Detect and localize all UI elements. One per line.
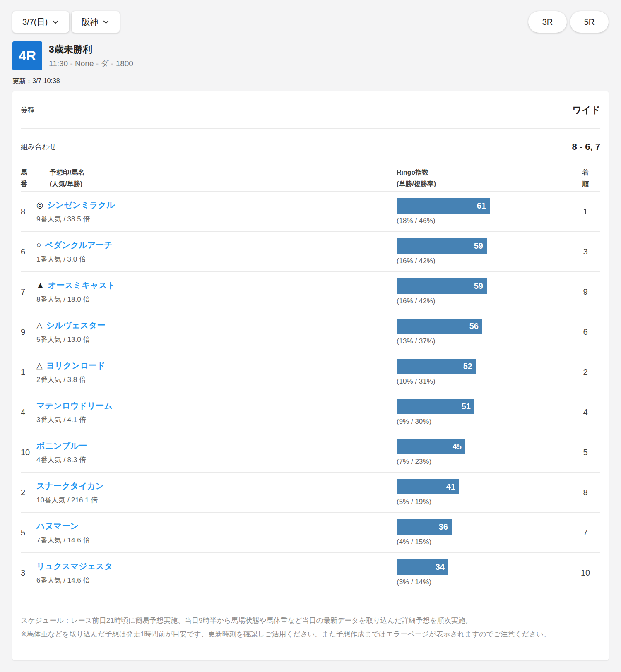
bet-combination-value: 8 - 6, 7 [572,142,600,152]
horse-number: 1 [21,367,36,377]
chevron-down-icon [102,18,110,26]
horse-number: 6 [21,247,36,257]
horse-name-cell: スナークタイカン 10番人気 / 216.1 倍 [36,480,397,505]
updated-timestamp: 更新：3/7 10:38 [12,77,609,86]
win-place-rate: (7% / 23%) [397,458,570,466]
horse-name-cell: ○ ペダンクルアーチ 1番人気 / 3.0 倍 [36,240,397,264]
table-row: 10 ボニンブルー 4番人気 / 8.3 倍 45 (7% / 23%) 5 [21,432,600,473]
index-value: 34 [436,562,445,572]
table-row: 3 リュクスマジェスタ 6番人気 / 14.6 倍 34 (3% / 14%) … [21,553,600,593]
header-horse-number: 馬 番 [21,167,36,189]
race-subtitle: 11:30 - None - ダ - 1800 [49,58,133,69]
horse-name-link[interactable]: シンゼンミラクル [47,199,115,211]
index-bar: 61 [397,198,490,214]
race-header: 4R 3歳未勝利 11:30 - None - ダ - 1800 [12,41,609,70]
index-cell: 41 (5% / 19%) [397,479,570,506]
win-place-rate: (18% / 46%) [397,217,570,225]
index-bar: 34 [397,559,448,575]
popularity-odds: 7番人気 / 14.6 倍 [36,535,397,545]
finish-position: 1 [570,207,600,216]
popularity-odds: 2番人気 / 3.8 倍 [36,375,397,384]
horse-number: 9 [21,327,36,337]
bet-type-label: 券種 [21,105,35,115]
index-bar: 52 [397,359,476,374]
horse-name-link[interactable]: シルヴェスター [46,320,106,331]
table-header: 馬 番 予想印/馬名 (人気/単勝) Ringo指数 (単勝/複勝率) 着 順 [21,165,600,192]
index-value: 56 [469,322,479,331]
finish-position: 7 [570,528,600,538]
win-place-rate: (5% / 19%) [397,498,570,506]
finish-position: 3 [570,247,600,257]
finish-position: 6 [570,327,600,337]
toolbar-left: 3/7(日) 阪神 [12,11,120,33]
venue-select-button[interactable]: 阪神 [72,11,120,33]
prediction-mark: ▲ [36,281,44,290]
popularity-odds: 6番人気 / 14.6 倍 [36,576,397,585]
table-row: 6 ○ ペダンクルアーチ 1番人気 / 3.0 倍 59 (16% / 42%)… [21,232,600,272]
horse-name-link[interactable]: ハヌマーン [36,521,79,532]
next-race-button[interactable]: 5R [570,11,609,33]
horse-name-link[interactable]: ペダンクルアーチ [45,240,112,251]
index-bar: 56 [397,319,482,334]
popularity-odds: 10番人気 / 216.1 倍 [36,495,397,505]
horse-number: 2 [21,488,36,497]
popularity-odds: 3番人気 / 4.1 倍 [36,415,397,425]
table-row: 1 △ ヨリクンロード 2番人気 / 3.8 倍 52 (10% / 31%) … [21,352,600,392]
horse-name-link[interactable]: スナークタイカン [36,480,104,492]
table-row: 9 △ シルヴェスター 5番人気 / 13.0 倍 56 (13% / 37%)… [21,312,600,352]
bet-combination-label: 組み合わせ [21,142,56,151]
win-place-rate: (10% / 31%) [397,377,570,386]
index-bar: 59 [397,238,487,254]
popularity-odds: 5番人気 / 13.0 倍 [36,335,397,344]
horse-name-cell: △ シルヴェスター 5番人気 / 13.0 倍 [36,320,397,344]
index-bar: 59 [397,278,487,294]
horse-number: 5 [21,528,36,538]
popularity-odds: 9番人気 / 38.5 倍 [36,214,397,224]
horse-number: 7 [21,287,36,297]
index-value: 59 [474,241,483,251]
race-prediction-page: 3/7(日) 阪神 3R 5R 4R 3歳未勝利 11:30 - None - … [0,0,621,672]
horse-name-cell: △ ヨリクンロード 2番人気 / 3.8 倍 [36,360,397,384]
date-select-button[interactable]: 3/7(日) [12,11,69,33]
index-value: 51 [462,402,471,411]
index-cell: 52 (10% / 31%) [397,359,570,386]
finish-position: 9 [570,287,600,297]
index-value: 52 [463,362,472,371]
bet-combination-row: 組み合わせ 8 - 6, 7 [21,129,600,165]
venue-select-label: 阪神 [82,17,98,28]
prev-race-button[interactable]: 3R [528,11,567,33]
horse-name-link[interactable]: マテンロウドリーム [36,400,113,411]
index-value: 45 [453,442,462,451]
toolbar: 3/7(日) 阪神 3R 5R [12,11,609,33]
race-nav: 3R 5R [528,11,609,33]
win-place-rate: (16% / 42%) [397,257,570,265]
chevron-down-icon [52,18,59,26]
horse-table-body: 8 ◎ シンゼンミラクル 9番人気 / 38.5 倍 61 (18% / 46%… [21,192,600,593]
horse-name-cell: ◎ シンゼンミラクル 9番人気 / 38.5 倍 [36,199,397,224]
index-bar: 41 [397,479,459,494]
index-value: 59 [474,281,483,291]
prediction-card: 券種 ワイド 組み合わせ 8 - 6, 7 馬 番 予想印/馬名 (人気/単勝)… [12,91,609,660]
index-bar: 51 [397,399,474,414]
race-info: 3歳未勝利 11:30 - None - ダ - 1800 [49,43,133,69]
popularity-odds: 1番人気 / 3.0 倍 [36,254,397,264]
table-row: 4 マテンロウドリーム 3番人気 / 4.1 倍 51 (9% / 30%) 4 [21,392,600,432]
horse-name-link[interactable]: ヨリクンロード [46,360,106,371]
index-cell: 51 (9% / 30%) [397,399,570,426]
finish-position: 8 [570,488,600,497]
table-row: 8 ◎ シンゼンミラクル 9番人気 / 38.5 倍 61 (18% / 46%… [21,192,600,232]
prediction-mark: ○ [36,240,41,250]
horse-name-cell: ▲ オースミキャスト 8番人気 / 18.0 倍 [36,280,397,304]
finish-position: 2 [570,367,600,377]
horse-name-link[interactable]: リュクスマジェスタ [36,561,113,572]
horse-name-cell: ボニンブルー 4番人気 / 8.3 倍 [36,440,397,465]
race-number-badge: 4R [12,41,42,70]
popularity-odds: 4番人気 / 8.3 倍 [36,455,397,465]
horse-name-cell: リュクスマジェスタ 6番人気 / 14.6 倍 [36,561,397,585]
header-ringo-index: Ringo指数 (単勝/複勝率) [397,167,570,189]
horse-name-link[interactable]: オースミキャスト [48,280,116,291]
table-row: 7 ▲ オースミキャスト 8番人気 / 18.0 倍 59 (16% / 42%… [21,272,600,312]
header-mark-name: 予想印/馬名 (人気/単勝) [36,167,397,189]
horse-name-link[interactable]: ボニンブルー [36,440,87,451]
horse-number: 10 [21,448,36,457]
